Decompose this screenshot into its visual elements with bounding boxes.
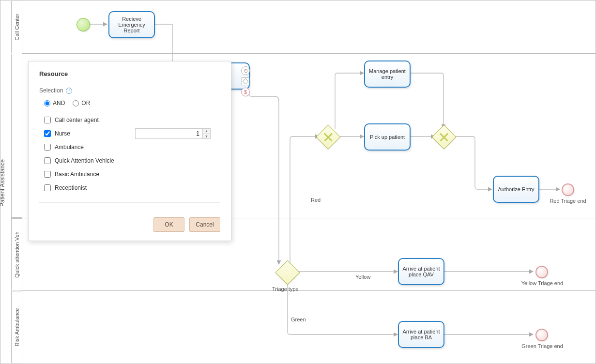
dialog-divider (39, 202, 220, 203)
lane-title: Quick attention Veh (11, 218, 22, 290)
radio-or-input[interactable] (73, 100, 79, 106)
radio-and[interactable]: AND (44, 100, 65, 106)
checkbox-nurse[interactable] (44, 130, 51, 137)
checkbox-label: Ambulance (55, 144, 84, 151)
end-event-green-label: Green Triage end (520, 343, 564, 349)
checkbox-receptionist[interactable] (44, 184, 51, 191)
info-icon[interactable]: i (66, 88, 72, 94)
spinner-up-icon[interactable]: ▲ (203, 129, 210, 134)
edge-label-yellow: Yellow (355, 274, 370, 280)
gateway-triage-label: Triage type (272, 286, 299, 292)
resource-dialog: Resource Selection i AND OR Call center … (28, 61, 231, 241)
cancel-button[interactable]: Cancel (189, 217, 220, 232)
task-label: Arrive at patient place BA (401, 329, 442, 340)
nurse-qty: ▲ ▼ (135, 128, 211, 139)
checkbox-label: Quick Attention Vehicle (55, 157, 114, 164)
dialog-buttons: OK Cancel (153, 217, 220, 232)
spinner-down-icon[interactable]: ▼ (203, 134, 210, 139)
selection-radio-group: AND OR (44, 100, 220, 106)
radio-and-input[interactable] (44, 100, 50, 106)
task-label: Authorize Entry (498, 186, 534, 192)
lane-title: Call Center (11, 0, 22, 53)
checkbox-label: Receptionist (55, 184, 87, 191)
lane-title: Risk Ambulance (11, 291, 22, 364)
dialog-title: Resource (39, 70, 220, 77)
end-event-red-label: Red Triage end (546, 198, 590, 204)
task-arrive-qav[interactable]: Arrive at patient place QAV (398, 258, 444, 285)
checkbox-call-center-agent[interactable] (44, 117, 51, 123)
nurse-qty-input[interactable] (135, 128, 203, 139)
pool-title-label: Patient Assistance (0, 159, 6, 207)
lane-risk-ambulance: Risk Ambulance (22, 291, 596, 364)
check-row-nurse: Nurse ▲ ▼ (44, 127, 220, 140)
check-row-call-center-agent: Call center agent (44, 113, 220, 127)
lane-title (11, 54, 22, 218)
task-authorize-entry[interactable]: Authorize Entry (493, 176, 539, 203)
checkbox-qav[interactable] (44, 157, 51, 164)
task-receive-report[interactable]: Recieve Emergency Report (108, 11, 155, 38)
properties-cost-icon[interactable]: $ (241, 88, 250, 96)
checkbox-ambulance[interactable] (44, 144, 51, 151)
radio-or[interactable]: OR (73, 100, 90, 106)
checkbox-label: Nurse (55, 130, 70, 137)
task-label: Recieve Emergency Report (111, 16, 152, 33)
check-row-basic-ambulance: Basic Ambulance (44, 167, 220, 181)
task-label: Arrive at patient place QAV (401, 266, 442, 277)
nurse-qty-spinner: ▲ ▼ (203, 128, 211, 139)
check-row-receptionist: Receptionist (44, 181, 220, 195)
end-event-red[interactable] (562, 183, 574, 196)
properties-minus-icon[interactable]: ⊖ (241, 66, 250, 75)
check-row-ambulance: Ambulance (44, 140, 220, 154)
lane-title-label: Quick attention Veh (14, 231, 20, 277)
task-pickup-patient[interactable]: Pick up patient (364, 123, 411, 151)
end-event-yellow[interactable] (535, 266, 548, 278)
lane-title-label: Risk Ambulance (14, 308, 20, 347)
edge-label-red: Red (311, 197, 321, 203)
task-manage-entry[interactable]: Manage patient entry (364, 61, 411, 88)
checkbox-label: Basic Ambulance (55, 171, 99, 178)
task-label: Pick up patient (370, 134, 405, 140)
lane-title-label: Call Center (14, 14, 20, 40)
end-event-yellow-label: Yellow Triage end (520, 280, 564, 286)
end-event-green[interactable] (535, 329, 548, 341)
resource-checklist: Call center agent Nurse ▲ ▼ Ambulance Qu… (44, 113, 220, 195)
checkbox-label: Call center agent (55, 117, 99, 123)
check-row-qav: Quick Attention Vehicle (44, 154, 220, 167)
task-arrive-ba[interactable]: Arrive at patient place BA (398, 321, 444, 348)
task-label: Manage patient entry (367, 68, 408, 80)
edge-label-green: Green (291, 317, 306, 322)
checkbox-basic-ambulance[interactable] (44, 171, 51, 178)
properties-gateway-icon[interactable] (242, 77, 249, 85)
selection-label: Selection i (39, 87, 220, 94)
start-event[interactable] (76, 18, 90, 31)
ok-button[interactable]: OK (153, 217, 184, 232)
pool-title: Patient Assistance (0, 0, 11, 364)
